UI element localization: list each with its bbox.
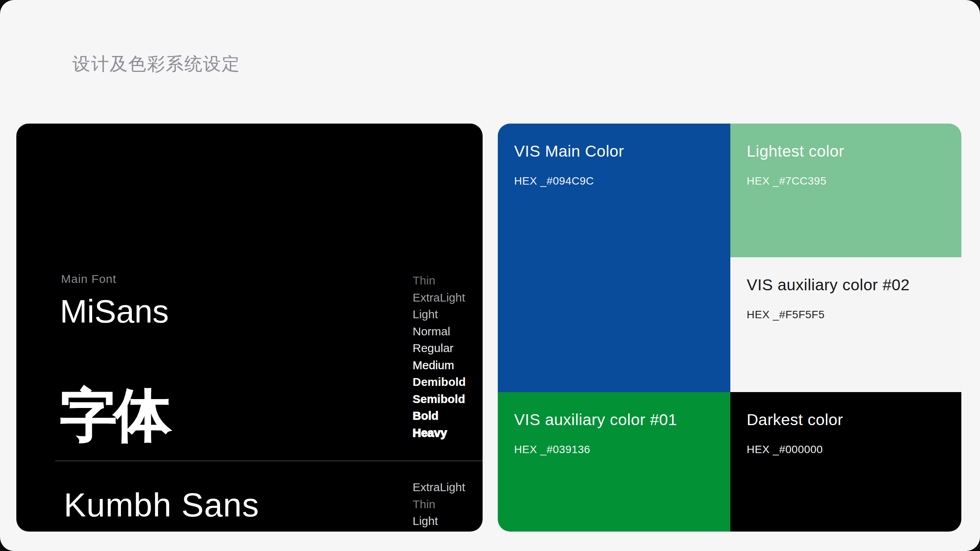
weight-list-item: Semibold (413, 391, 466, 408)
weight-list-item: Demibold (413, 373, 466, 391)
color-card-aux02: VIS auxiliary color #02 HEX _#F5F5F5 (730, 257, 961, 392)
color-card-hex: HEX _#7CC395 (747, 175, 945, 187)
secondary-font-name: Kumbh Sans (64, 488, 259, 521)
cjk-font-sample: 字体 (60, 387, 169, 444)
weight-list-item: ExtraLight (413, 289, 466, 306)
weight-list-item: Thin (413, 496, 468, 513)
weight-list-item: ExtraLight (413, 479, 468, 496)
main-font-label: Main Font (61, 273, 116, 285)
color-card-title: Darkest color (747, 411, 945, 429)
color-card-aux01: VIS auxiliary color #01 HEX _#039136 (498, 392, 730, 532)
color-card-title: VIS Main Color (514, 142, 714, 160)
weight-list-item: Bold (413, 407, 466, 424)
color-card-hex: HEX _#039136 (514, 443, 714, 456)
weight-list-item: Medium (413, 357, 466, 374)
color-card-hex: HEX _#000000 (747, 443, 945, 456)
color-card-title: VIS auxiliary color #02 (747, 276, 945, 294)
color-card-title: Lightest color (747, 142, 945, 160)
font-card-divider (55, 460, 483, 461)
color-card-hex: HEX _#F5F5F5 (747, 309, 945, 321)
misans-weight-list: Thin ExtraLight Light Normal Regular Med… (413, 272, 466, 441)
main-font-name: MiSans (60, 295, 169, 328)
weight-list-item: Normal (413, 323, 466, 340)
color-card-darkest: Darkest color HEX _#000000 (730, 392, 961, 532)
page-title: 设计及色彩系统设定 (72, 54, 240, 74)
color-system-grid: VIS Main Color HEX _#094C9C Lightest col… (498, 124, 961, 532)
color-card-lightest: Lightest color HEX _#7CC395 (730, 124, 961, 257)
weight-list-item: Thin (413, 272, 466, 289)
color-card-title: VIS auxiliary color #01 (514, 411, 714, 429)
weight-list-item: Regular (413, 530, 468, 532)
color-card-main: VIS Main Color HEX _#094C9C (498, 124, 730, 392)
font-spec-card: Main Font MiSans 字体 Thin ExtraLight Ligh… (16, 124, 483, 532)
weight-list-item: Heavy (413, 424, 466, 441)
kumbh-weight-list: ExtraLight Thin Light Regular Medium Sem… (413, 479, 468, 532)
weight-list-item: Regular (413, 340, 466, 357)
slide-canvas: 设计及色彩系统设定 Main Font MiSans 字体 Thin Extra… (0, 0, 980, 551)
weight-list-item: Light (413, 513, 468, 530)
weight-list-item: Light (413, 306, 466, 323)
color-card-hex: HEX _#094C9C (514, 175, 714, 187)
